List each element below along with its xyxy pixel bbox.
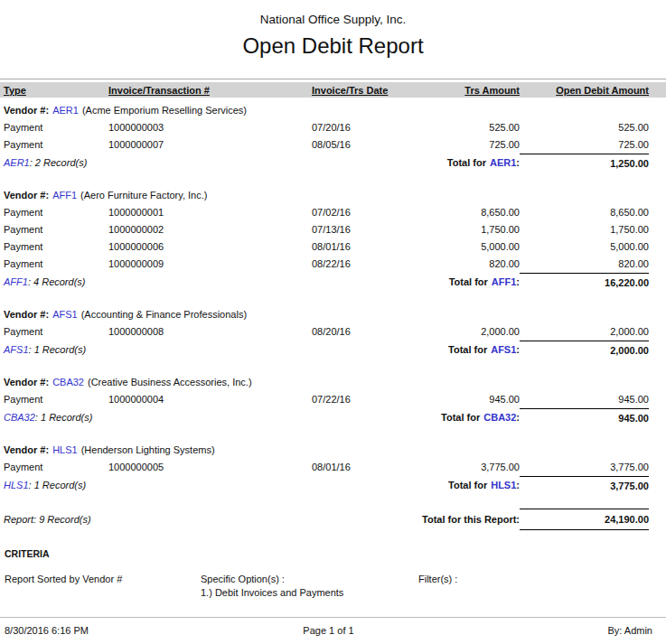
table-top-divider bbox=[0, 79, 666, 79]
column-header-open-debit: Open Debit Amount bbox=[520, 85, 649, 96]
cell-date: 08/01/16 bbox=[312, 459, 416, 476]
records-count: AFS1: 1 Record(s) bbox=[4, 341, 416, 359]
cell-open-debit: 820.00 bbox=[520, 256, 649, 273]
vendor-code-link[interactable]: CBA32 bbox=[52, 374, 84, 391]
table-row: Payment 1000000009 08/22/16 820.00 820.0… bbox=[0, 256, 666, 273]
criteria-option: 1.) Debit Invoices and Payments bbox=[201, 587, 418, 598]
cell-open-debit: 3,775.00 bbox=[520, 459, 649, 476]
cell-date: 07/13/16 bbox=[312, 221, 416, 238]
cell-trs-amount: 5,000.00 bbox=[416, 238, 520, 256]
cell-date: 08/05/16 bbox=[312, 136, 416, 154]
vendor-code-link[interactable]: HLS1 bbox=[4, 480, 29, 490]
vendor-code-link[interactable]: AER1 bbox=[52, 102, 79, 119]
criteria-options-label: Specific Option(s) : bbox=[201, 574, 418, 584]
records-text: : 1 Record(s) bbox=[29, 480, 87, 490]
vendor-code-link[interactable]: HLS1 bbox=[52, 442, 78, 459]
vendor-label: Vendor #: bbox=[4, 102, 49, 119]
cell-invoice: 1000000009 bbox=[108, 256, 312, 273]
cell-invoice: 1000000006 bbox=[108, 238, 312, 256]
report-footer: 8/30/2016 6:16 PM Page 1 of 1 By: Admin bbox=[0, 625, 666, 636]
vendor-code-link[interactable]: AFF1 bbox=[492, 276, 517, 287]
cell-type: Payment bbox=[4, 221, 108, 238]
records-count: AFF1: 4 Record(s) bbox=[4, 273, 416, 292]
cell-open-debit: 725.00 bbox=[520, 136, 649, 154]
cell-date: 07/02/16 bbox=[312, 204, 416, 221]
vendor-code-link[interactable]: CBA32 bbox=[483, 412, 516, 423]
vendor-code-link[interactable]: HLS1 bbox=[491, 480, 516, 490]
criteria-heading: CRITERIA bbox=[0, 548, 666, 561]
cell-trs-amount: 1,750.00 bbox=[416, 221, 520, 238]
report-records: Report: 9 Record(s) bbox=[4, 514, 312, 525]
vendor-label: Vendor #: bbox=[4, 374, 49, 391]
group-total-label: Total forAFF1: bbox=[416, 273, 520, 292]
cell-type: Payment bbox=[4, 204, 108, 221]
vendor-code-link[interactable]: AFS1 bbox=[491, 344, 516, 355]
cell-trs-amount: 2,000.00 bbox=[416, 323, 520, 341]
cell-invoice: 1000000004 bbox=[108, 391, 312, 408]
table-row: Payment 1000000002 07/13/16 1,750.00 1,7… bbox=[0, 221, 666, 238]
column-header-date: Invoice/Trs Date bbox=[312, 85, 416, 96]
vendor-code-link[interactable]: AFF1 bbox=[52, 187, 77, 204]
vendor-header: Vendor #: AFF1 (Aero Furniture Factory, … bbox=[0, 187, 666, 204]
cell-invoice: 1000000003 bbox=[108, 119, 312, 136]
footer-divider bbox=[0, 617, 666, 618]
footer-datetime: 8/30/2016 6:16 PM bbox=[5, 625, 220, 636]
column-header-trs-amount: Trs Amount bbox=[416, 85, 520, 96]
group-footer: AFS1: 1 Record(s) Total forAFS1: 2,000.0… bbox=[0, 341, 666, 359]
vendor-code-link[interactable]: AER1 bbox=[4, 157, 30, 168]
report-summary: Report: 9 Record(s) Total for this Repor… bbox=[0, 509, 666, 530]
cell-type: Payment bbox=[4, 256, 108, 273]
vendor-label: Vendor #: bbox=[4, 187, 49, 204]
group-total-label: Total forHLS1: bbox=[416, 476, 520, 495]
vendor-name: (Accounting & Finance Professionals) bbox=[81, 306, 247, 323]
vendor-code-link[interactable]: CBA32 bbox=[4, 412, 35, 423]
records-count: CBA32: 1 Record(s) bbox=[4, 408, 416, 427]
group-total-amount: 945.00 bbox=[520, 408, 649, 427]
group-footer: HLS1: 1 Record(s) Total forHLS1: 3,775.0… bbox=[0, 476, 666, 495]
vendor-group: Vendor #: AFS1 (Accounting & Finance Pro… bbox=[0, 306, 666, 359]
total-for-text: Total for bbox=[447, 157, 486, 168]
criteria-filters-label: Filter(s) : bbox=[418, 574, 666, 584]
total-for-text: Total for bbox=[448, 480, 487, 490]
table-row: Payment 1000000008 08/20/16 2,000.00 2,0… bbox=[0, 323, 666, 341]
group-total-amount: 2,000.00 bbox=[520, 341, 649, 359]
page-title: Open Debit Report bbox=[0, 33, 666, 59]
cell-type: Payment bbox=[4, 391, 108, 408]
records-text: : 1 Record(s) bbox=[35, 412, 93, 423]
footer-by: By: Admin bbox=[436, 625, 652, 636]
table-row: Payment 1000000005 08/01/16 3,775.00 3,7… bbox=[0, 459, 666, 476]
cell-date: 07/20/16 bbox=[312, 119, 416, 136]
group-total-label: Total forAFS1: bbox=[416, 341, 520, 359]
vendor-group: Vendor #: AER1 (Acme Emporium Reselling … bbox=[0, 102, 666, 173]
cell-open-debit: 525.00 bbox=[520, 119, 649, 136]
vendor-group: Vendor #: CBA32 (Creative Business Acces… bbox=[0, 374, 666, 427]
report-total-amount: 24,190.00 bbox=[520, 509, 649, 530]
cell-trs-amount: 525.00 bbox=[416, 119, 520, 136]
cell-open-debit: 8,650.00 bbox=[520, 204, 649, 221]
cell-invoice: 1000000002 bbox=[108, 221, 312, 238]
cell-trs-amount: 3,775.00 bbox=[416, 459, 520, 476]
table-row: Payment 1000000004 07/22/16 945.00 945.0… bbox=[0, 391, 666, 408]
cell-type: Payment bbox=[4, 238, 108, 256]
cell-invoice: 1000000008 bbox=[108, 323, 312, 341]
vendor-header: Vendor #: AER1 (Acme Emporium Reselling … bbox=[0, 102, 666, 119]
records-count: HLS1: 1 Record(s) bbox=[4, 476, 416, 495]
table-row: Payment 1000000006 08/01/16 5,000.00 5,0… bbox=[0, 238, 666, 256]
cell-type: Payment bbox=[4, 136, 108, 154]
group-footer: AER1: 2 Record(s) Total forAER1: 1,250.0… bbox=[0, 154, 666, 173]
vendor-group: Vendor #: AFF1 (Aero Furniture Factory, … bbox=[0, 187, 666, 292]
vendor-code-link[interactable]: AFS1 bbox=[52, 306, 78, 323]
vendor-code-link[interactable]: AFS1 bbox=[4, 344, 29, 355]
group-total-label: Total forAER1: bbox=[416, 154, 520, 173]
cell-invoice: 1000000007 bbox=[108, 136, 312, 154]
total-for-text: Total for bbox=[449, 276, 488, 287]
cell-trs-amount: 725.00 bbox=[416, 136, 520, 154]
report-total-label: Total for this Report: bbox=[312, 514, 520, 525]
records-text: : 4 Record(s) bbox=[28, 276, 86, 287]
cell-date: 08/22/16 bbox=[312, 256, 416, 273]
column-header-row: Type Invoice/Transaction # Invoice/Trs D… bbox=[0, 82, 666, 98]
table-row: Payment 1000000001 07/02/16 8,650.00 8,6… bbox=[0, 204, 666, 221]
cell-open-debit: 945.00 bbox=[520, 391, 649, 408]
vendor-code-link[interactable]: AFF1 bbox=[4, 276, 28, 287]
vendor-code-link[interactable]: AER1 bbox=[490, 157, 516, 168]
